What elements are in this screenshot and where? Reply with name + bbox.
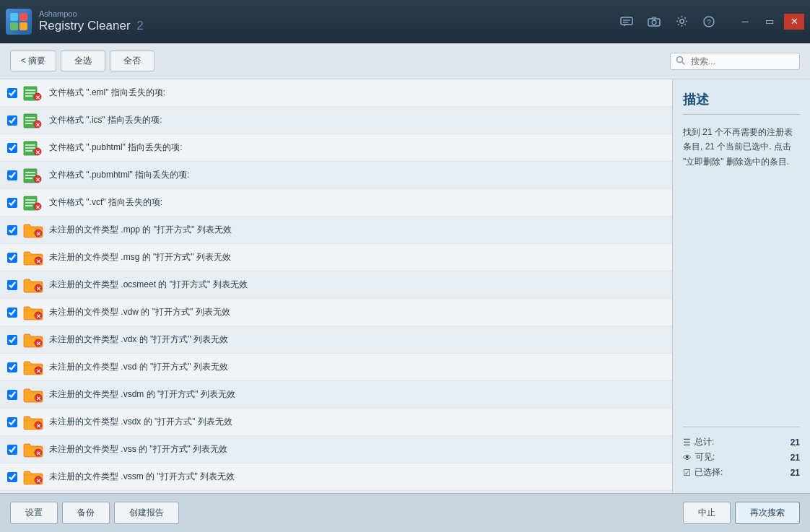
scan-again-button[interactable]: 再次搜索 <box>735 502 800 524</box>
bottombar: 设置 备份 创建报告 中止 再次搜索 <box>0 493 810 532</box>
folder-icon: ✕ <box>23 359 43 375</box>
item-checkbox[interactable] <box>7 170 17 180</box>
svg-text:✕: ✕ <box>36 477 41 484</box>
content-area: ✕ 文件格式 ".eml" 指向丢失的项: ✕ 文件格式 ".ics" 指向丢失… <box>0 79 810 493</box>
list-item[interactable]: ✕ 未注册的文件类型 .msg 的 "打开方式" 列表无效 <box>0 244 672 271</box>
folder-icon: ✕ <box>23 277 43 293</box>
item-checkbox[interactable] <box>7 115 17 126</box>
restore-button[interactable]: ▭ <box>759 14 780 30</box>
stat-selected: ☑ 已选择: 21 <box>683 466 800 479</box>
svg-rect-4 <box>621 17 632 25</box>
item-text: 未注册的文件类型 .mpp 的 "打开方式" 列表无效 <box>49 224 232 236</box>
folder-icon: ✕ <box>23 222 43 238</box>
list-item[interactable]: ✕ 未注册的文件类型 .vsdx 的 "打开方式" 列表无效 <box>0 409 672 436</box>
selected-value: 21 <box>791 468 800 478</box>
list-item[interactable]: ✕ 文件格式 ".pubhtml" 指向丢失的项: <box>0 134 672 162</box>
item-checkbox[interactable] <box>7 280 17 290</box>
svg-rect-23 <box>25 123 32 124</box>
info-panel: 描述 找到 21 个不再需要的注册表条目, 21 个当前已选中. 点击 "立即删… <box>673 79 810 493</box>
search-box <box>670 53 800 70</box>
minimize-button[interactable]: ─ <box>735 14 755 30</box>
svg-rect-34 <box>25 175 35 176</box>
list-item[interactable]: ✕ 文件格式 ".vcf" 指向丢失的项: <box>0 189 672 217</box>
item-text: 文件格式 ".eml" 指向丢失的项: <box>49 87 165 99</box>
backup-button[interactable]: 备份 <box>62 502 110 524</box>
svg-text:✕: ✕ <box>36 450 41 456</box>
stop-button[interactable]: 中止 <box>683 502 731 524</box>
file-icon: ✕ <box>23 113 43 128</box>
svg-rect-41 <box>25 205 32 206</box>
app-logo <box>6 9 32 35</box>
list-item[interactable]: ✕ 未注册的文件类型 .vdx 的 "打开方式" 列表无效 <box>0 326 672 354</box>
svg-text:✕: ✕ <box>36 313 41 319</box>
item-text: 未注册的文件类型 .vss 的 "打开方式" 列表无效 <box>49 443 227 455</box>
list-item[interactable]: ✕ 未注册的文件类型 .mpp 的 "打开方式" 列表无效 <box>0 217 672 244</box>
svg-rect-3 <box>19 22 27 30</box>
svg-rect-29 <box>25 150 32 152</box>
eye-icon: 👁 <box>683 453 692 463</box>
search-input[interactable] <box>670 53 800 70</box>
item-text: 文件格式 ".pubmhtml" 指向丢失的项: <box>49 169 190 181</box>
svg-rect-39 <box>25 199 35 201</box>
folder-icon: ✕ <box>23 250 43 266</box>
item-checkbox[interactable] <box>7 308 17 318</box>
list-item[interactable]: ✕ 未注册的文件类型 .vssm 的 "打开方式" 列表无效 <box>0 463 672 491</box>
item-text: 文件格式 ".pubhtml" 指向丢失的项: <box>49 141 183 154</box>
item-checkbox[interactable] <box>7 198 17 208</box>
svg-point-8 <box>652 20 656 25</box>
item-checkbox[interactable] <box>7 417 17 427</box>
settings-button[interactable]: 设置 <box>10 502 58 524</box>
item-checkbox[interactable] <box>7 225 17 235</box>
item-checkbox[interactable] <box>7 472 17 482</box>
report-button[interactable]: 创建报告 <box>114 502 179 524</box>
svg-rect-21 <box>25 117 35 118</box>
svg-text:✕: ✕ <box>35 94 40 100</box>
list-item[interactable]: ✕ 未注册的文件类型 .ocsmeet 的 "打开方式" 列表无效 <box>0 271 672 299</box>
svg-rect-40 <box>25 202 35 204</box>
gear-icon-btn[interactable] <box>670 10 693 33</box>
list-panel[interactable]: ✕ 文件格式 ".eml" 指向丢失的项: ✕ 文件格式 ".ics" 指向丢失… <box>0 79 673 493</box>
item-checkbox[interactable] <box>7 88 17 98</box>
list-item[interactable]: ✕ 文件格式 ".ics" 指向丢失的项: <box>0 107 672 134</box>
app-title: Ashampoo Registry Cleaner 2 <box>39 9 144 34</box>
info-description: 找到 21 个不再需要的注册表条目, 21 个当前已选中. 点击 "立即删除" … <box>683 125 800 427</box>
help-icon-btn[interactable]: ? <box>697 10 720 33</box>
select-all-button[interactable]: 全选 <box>61 51 105 71</box>
folder-icon: ✕ <box>23 414 43 430</box>
svg-rect-35 <box>25 178 32 179</box>
list-item[interactable]: ✕ 未注册的文件类型 .vss 的 "打开方式" 列表无效 <box>0 436 672 463</box>
item-text: 未注册的文件类型 .vssm 的 "打开方式" 列表无效 <box>49 471 235 483</box>
info-title: 描述 <box>683 91 800 115</box>
item-checkbox[interactable] <box>7 445 17 455</box>
svg-text:✕: ✕ <box>35 204 40 210</box>
chat-icon-btn[interactable] <box>615 10 638 33</box>
deselect-all-button[interactable]: 全否 <box>110 51 154 71</box>
item-checkbox[interactable] <box>7 335 17 345</box>
toolbar: < 摘要 全选 全否 <box>0 43 810 79</box>
item-checkbox[interactable] <box>7 253 17 263</box>
file-icon: ✕ <box>23 167 43 183</box>
item-checkbox[interactable] <box>7 143 17 153</box>
item-text: 未注册的文件类型 .ocsmeet 的 "打开方式" 列表无效 <box>49 279 248 291</box>
svg-text:✕: ✕ <box>35 176 40 183</box>
item-text: 文件格式 ".ics" 指向丢失的项: <box>49 114 162 126</box>
list-item[interactable]: ✕ 未注册的文件类型 .vssx 的 "打开方式" 列表无效 <box>0 491 672 493</box>
back-button[interactable]: < 摘要 <box>10 51 56 71</box>
close-button[interactable]: ✕ <box>784 14 804 30</box>
list-item[interactable]: ✕ 文件格式 ".eml" 指向丢失的项: <box>0 79 672 107</box>
list-item[interactable]: ✕ 文件格式 ".pubmhtml" 指向丢失的项: <box>0 162 672 189</box>
folder-icon: ✕ <box>23 305 43 320</box>
list-item[interactable]: ✕ 未注册的文件类型 .vdw 的 "打开方式" 列表无效 <box>0 299 672 326</box>
bottombar-right: 中止 再次搜索 <box>683 502 800 524</box>
info-stats: ☰ 总计: 21 👁 可见: 21 ☑ 已选择: <box>683 427 800 481</box>
list-item[interactable]: ✕ 未注册的文件类型 .vsd 的 "打开方式" 列表无效 <box>0 354 672 381</box>
file-icon: ✕ <box>23 195 43 211</box>
item-text: 未注册的文件类型 .vsdx 的 "打开方式" 列表无效 <box>49 416 232 428</box>
svg-rect-0 <box>10 13 18 21</box>
camera-icon-btn[interactable] <box>643 10 666 33</box>
item-checkbox[interactable] <box>7 362 17 372</box>
svg-line-13 <box>682 61 685 64</box>
stat-total: ☰ 总计: 21 <box>683 436 800 448</box>
item-checkbox[interactable] <box>7 390 17 400</box>
list-item[interactable]: ✕ 未注册的文件类型 .vsdm 的 "打开方式" 列表无效 <box>0 381 672 409</box>
